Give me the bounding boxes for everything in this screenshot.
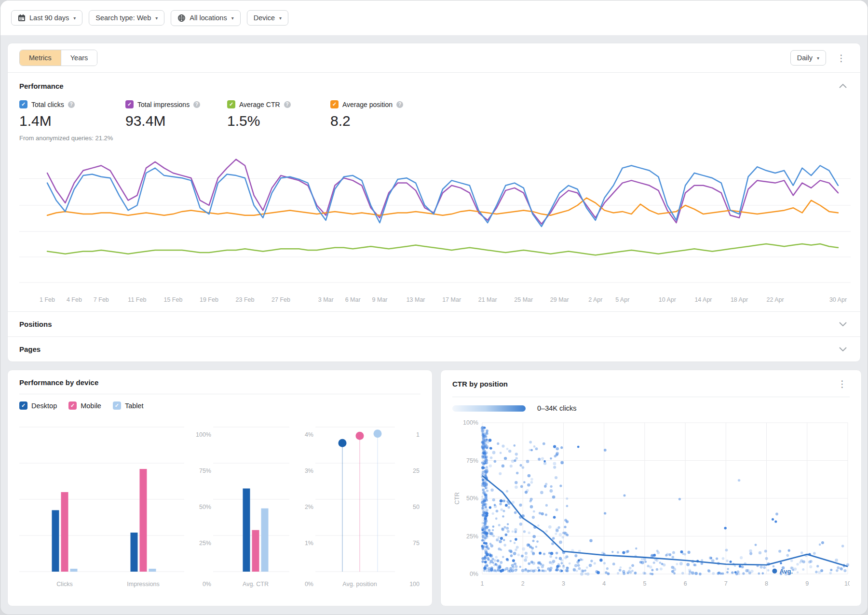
device-filter[interactable]: Device ▾ [247, 10, 288, 26]
section-row-positions[interactable]: Positions [8, 312, 860, 336]
svg-text:50: 50 [413, 504, 420, 510]
svg-text:23 Feb: 23 Feb [236, 296, 255, 303]
view-tab-group: Metrics Years [19, 50, 97, 66]
svg-text:29 Mar: 29 Mar [550, 296, 569, 303]
metric-label: Total impressions [137, 101, 190, 108]
help-icon[interactable]: ? [193, 101, 200, 108]
svg-text:75: 75 [413, 540, 420, 547]
svg-text:13 Mar: 13 Mar [407, 296, 425, 303]
svg-text:100%: 100% [463, 419, 478, 426]
svg-text:3: 3 [562, 580, 565, 587]
metric-total-impressions: ✓ Total impressions ? 93.4M [125, 100, 227, 129]
performance-by-device-panel: Performance by device ✓ Desktop ✓ Mobile… [7, 370, 433, 606]
svg-text:14 Apr: 14 Apr [694, 296, 712, 303]
app-window: Last 90 days ▾ Search type: Web ▾ All lo… [0, 0, 868, 615]
legend-label: Mobile [81, 402, 101, 410]
filter-label: Search type: Web [95, 14, 151, 22]
svg-text:18 Apr: 18 Apr [731, 296, 748, 303]
average-ctr-checkbox[interactable]: ✓ [227, 100, 235, 108]
svg-text:9: 9 [805, 580, 809, 587]
filter-label: Last 90 days [29, 14, 69, 22]
kebab-menu-icon[interactable]: ⋮ [834, 53, 849, 64]
card-toolbar-right: Daily ▾ ⋮ [790, 50, 849, 66]
svg-text:30 Apr: 30 Apr [829, 296, 847, 303]
section-row-pages[interactable]: Pages [8, 337, 860, 361]
svg-text:75%: 75% [199, 468, 211, 474]
help-icon[interactable]: ? [284, 101, 291, 108]
legend-label: Tablet [125, 402, 144, 410]
tablet-checkbox[interactable]: ✓ [113, 401, 121, 410]
legend-item-tablet: ✓ Tablet [113, 401, 144, 410]
kebab-menu-icon[interactable]: ⋮ [835, 378, 850, 389]
svg-text:3 Mar: 3 Mar [318, 296, 334, 303]
svg-text:4: 4 [602, 580, 606, 587]
chevron-down-icon: ▾ [279, 15, 282, 21]
svg-text:5: 5 [643, 580, 646, 587]
metric-value: 1.4M [19, 113, 125, 129]
svg-text:50%: 50% [199, 504, 211, 510]
device-legend: ✓ Desktop ✓ Mobile ✓ Tablet [19, 394, 420, 415]
panel-title: CTR by position [452, 380, 508, 388]
svg-text:15 Feb: 15 Feb [163, 296, 182, 303]
svg-text:4 Feb: 4 Feb [67, 296, 82, 303]
svg-text:Clicks: Clicks [56, 581, 72, 588]
date-range-filter[interactable]: Last 90 days ▾ [11, 10, 82, 26]
legend-label: 0–34K clicks [537, 404, 576, 412]
svg-text:4%: 4% [305, 431, 313, 438]
help-icon[interactable]: ? [68, 101, 75, 108]
metric-label: Total clicks [31, 101, 64, 108]
svg-text:17 Mar: 17 Mar [442, 296, 461, 303]
total-impressions-checkbox[interactable]: ✓ [125, 100, 134, 108]
metric-average-position: ✓ Average position ? 8.2 [330, 100, 436, 129]
svg-text:21 Mar: 21 Mar [478, 296, 497, 303]
tab-years[interactable]: Years [61, 50, 97, 66]
performance-card: Metrics Years Daily ▾ ⋮ Performance [7, 43, 861, 362]
metric-average-ctr: ✓ Average CTR ? 1.5% [227, 100, 330, 129]
ctr-by-position-panel: CTR by position ⋮ 0–34K clicks 100%75%50… [440, 370, 862, 606]
search-type-filter[interactable]: Search type: Web ▾ [89, 10, 164, 26]
svg-text:100%: 100% [196, 431, 211, 438]
svg-text:9 Mar: 9 Mar [372, 296, 388, 303]
svg-text:Impressions: Impressions [127, 581, 159, 588]
gradient-scale [452, 405, 526, 412]
svg-text:0%: 0% [305, 581, 313, 588]
metric-label: Average CTR [239, 101, 280, 108]
svg-text:1 Feb: 1 Feb [40, 296, 55, 303]
granularity-dropdown[interactable]: Daily ▾ [790, 50, 826, 66]
svg-text:50%: 50% [466, 495, 478, 502]
svg-text:10: 10 [844, 580, 850, 587]
svg-text:100: 100 [409, 581, 420, 588]
section-title: Pages [19, 345, 41, 353]
svg-text:0%: 0% [203, 581, 211, 588]
metrics-row: ✓ Total clicks ? 1.4M ✓ Total impression… [19, 100, 849, 129]
svg-text:5 Apr: 5 Apr [615, 296, 629, 303]
mobile-checkbox[interactable]: ✓ [68, 401, 77, 410]
total-clicks-checkbox[interactable]: ✓ [19, 100, 27, 108]
tab-metrics[interactable]: Metrics [20, 50, 61, 66]
avg-ctr-bar-chart: 4%3%2%1%0%Avg. CTR [213, 419, 314, 589]
metric-label: Average position [342, 101, 393, 108]
locations-filter[interactable]: All locations ▾ [171, 10, 240, 26]
help-icon[interactable]: ? [396, 101, 403, 108]
avg-position-lollipop-chart: 1255075100Avg. position [315, 419, 420, 589]
chevron-up-icon[interactable] [837, 82, 849, 90]
svg-text:27 Feb: 27 Feb [271, 296, 290, 303]
chevron-down-icon: ▾ [73, 15, 76, 21]
svg-text:Avg. position: Avg. position [342, 581, 377, 588]
filter-label: Device [254, 14, 275, 22]
clicks-impressions-bar-chart: 100%75%50%25%0%ClicksImpressions [19, 419, 212, 589]
card-toolbar: Metrics Years Daily ▾ ⋮ [8, 43, 860, 72]
svg-text:25%: 25% [199, 540, 211, 547]
legend-item-mobile: ✓ Mobile [68, 401, 101, 410]
svg-text:7: 7 [724, 580, 728, 587]
desktop-checkbox[interactable]: ✓ [19, 401, 27, 410]
average-position-checkbox[interactable]: ✓ [330, 100, 339, 108]
svg-text:2%: 2% [305, 504, 313, 510]
calendar-icon [18, 14, 26, 22]
performance-section: Performance ✓ Total clicks ? 1.4M [8, 73, 860, 311]
filter-label: All locations [190, 14, 227, 22]
ctr-by-position-scatter-chart: 100%75%50%25%0%12345678910Avg.CTRPositio… [452, 419, 850, 590]
svg-text:25%: 25% [466, 533, 478, 540]
svg-text:7 Feb: 7 Feb [94, 296, 109, 303]
legend-item-desktop: ✓ Desktop [19, 401, 57, 410]
